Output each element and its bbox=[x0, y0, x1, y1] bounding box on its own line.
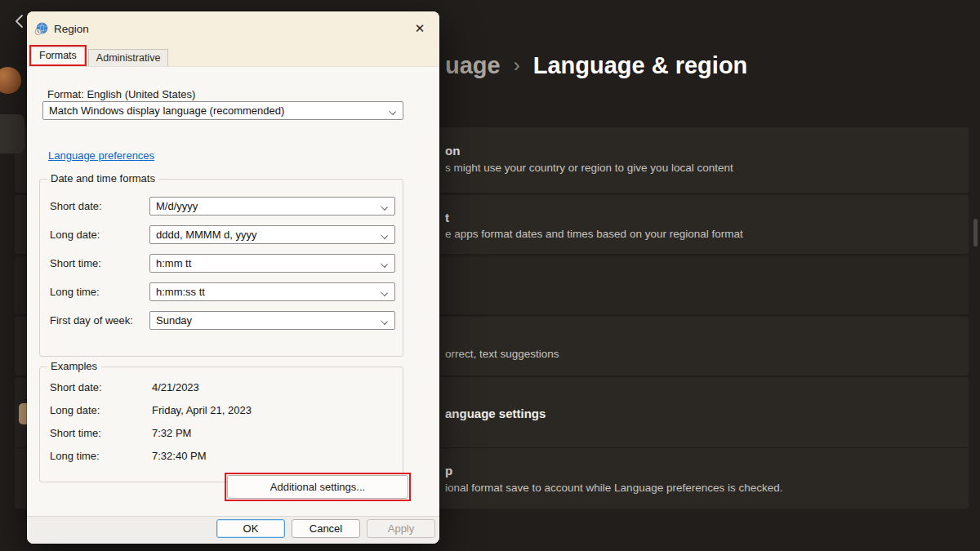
row-description: ional format save to account while Langu… bbox=[445, 482, 783, 494]
additional-settings-button[interactable]: Additional settings... bbox=[227, 475, 408, 499]
long-time-label: Long time: bbox=[50, 286, 100, 298]
first-day-select[interactable]: Sunday bbox=[149, 311, 395, 330]
chevron-down-icon bbox=[381, 260, 388, 268]
example-long-time-value: 7:32:40 PM bbox=[152, 450, 207, 462]
user-avatar[interactable] bbox=[0, 67, 21, 94]
sidebar-selected-item[interactable] bbox=[0, 114, 24, 153]
short-date-select[interactable]: M/d/yyyy bbox=[149, 197, 395, 216]
settings-window: uage › Language & region on s might use … bbox=[0, 0, 980, 551]
row-title: p bbox=[445, 464, 452, 478]
chevron-down-icon bbox=[381, 318, 388, 325]
short-date-label: Short date: bbox=[50, 200, 102, 212]
group-legend: Date and time formats bbox=[47, 172, 158, 184]
apply-button[interactable]: Apply bbox=[367, 519, 435, 538]
language-preferences-link[interactable]: Language preferences bbox=[48, 149, 154, 162]
long-time-select[interactable]: h:mm:ss tt bbox=[149, 282, 395, 301]
breadcrumb-parent[interactable]: uage bbox=[445, 52, 501, 79]
short-date-value: M/d/yyyy bbox=[156, 200, 198, 212]
dialog-titlebar[interactable]: Region ✕ bbox=[27, 11, 439, 46]
long-date-label: Long date: bbox=[50, 229, 100, 241]
example-short-time-label: Short time: bbox=[50, 427, 101, 439]
short-time-value: h:mm tt bbox=[156, 257, 191, 269]
first-day-label: First day of week: bbox=[50, 314, 133, 327]
short-time-select[interactable]: h:mm tt bbox=[149, 254, 395, 273]
dialog-footer: OK Cancel Apply bbox=[27, 516, 439, 544]
format-label: Format: English (United States) bbox=[47, 88, 195, 100]
row-description: orrect, text suggestions bbox=[445, 348, 559, 360]
tab-administrative[interactable]: Administrative bbox=[88, 49, 169, 66]
tab-strip: Formats Administrative bbox=[27, 46, 439, 67]
ok-button[interactable]: OK bbox=[216, 519, 285, 538]
date-time-formats-group: Date and time formats Short date: M/d/yy… bbox=[39, 179, 403, 357]
chevron-down-icon bbox=[381, 232, 388, 239]
long-date-value: dddd, MMMM d, yyyy bbox=[156, 229, 257, 241]
example-short-time-value: 7:32 PM bbox=[152, 427, 191, 439]
dialog-title: Region bbox=[54, 23, 89, 35]
row-title: t bbox=[445, 211, 449, 224]
example-long-date-label: Long date: bbox=[50, 404, 100, 416]
chevron-down-icon bbox=[381, 289, 388, 296]
dialog-content: Format: English (United States) Match Wi… bbox=[27, 67, 439, 516]
region-globe-icon bbox=[34, 22, 48, 36]
long-date-select[interactable]: dddd, MMMM d, yyyy bbox=[149, 225, 395, 244]
additional-settings-highlight: Additional settings... bbox=[225, 473, 411, 501]
row-description: e apps format dates and times based on y… bbox=[445, 228, 743, 240]
chevron-down-icon bbox=[381, 203, 388, 211]
short-time-label: Short time: bbox=[50, 257, 101, 269]
back-icon[interactable] bbox=[11, 13, 28, 29]
format-select-value: Match Windows display language (recommen… bbox=[49, 104, 284, 117]
first-day-value: Sunday bbox=[156, 314, 192, 327]
example-short-date-label: Short date: bbox=[50, 381, 102, 393]
region-dialog: Region ✕ Formats Administrative Format: … bbox=[27, 11, 439, 544]
cancel-button[interactable]: Cancel bbox=[292, 519, 360, 538]
breadcrumb-separator-icon: › bbox=[514, 54, 520, 77]
scrollbar-thumb[interactable] bbox=[973, 219, 978, 247]
example-short-date-value: 4/21/2023 bbox=[152, 381, 199, 393]
row-description: s might use your country or region to gi… bbox=[445, 162, 733, 174]
group-legend: Examples bbox=[47, 360, 100, 372]
example-long-date-value: Friday, April 21, 2023 bbox=[152, 404, 252, 416]
examples-group: Examples Short date: 4/21/2023 Long date… bbox=[39, 367, 403, 482]
related-item-language-settings[interactable]: anguage settings bbox=[445, 407, 546, 420]
tab-formats[interactable]: Formats bbox=[31, 47, 85, 64]
format-select[interactable]: Match Windows display language (recommen… bbox=[42, 101, 403, 120]
example-long-time-label: Long time: bbox=[50, 450, 100, 462]
chevron-down-icon bbox=[389, 108, 396, 115]
close-icon[interactable]: ✕ bbox=[408, 18, 431, 39]
formats-tab-highlight: Formats bbox=[29, 45, 87, 66]
long-time-value: h:mm:ss tt bbox=[156, 286, 205, 298]
row-title: on bbox=[445, 144, 460, 158]
breadcrumb: uage › Language & region bbox=[445, 52, 747, 79]
page-title: Language & region bbox=[533, 52, 748, 79]
